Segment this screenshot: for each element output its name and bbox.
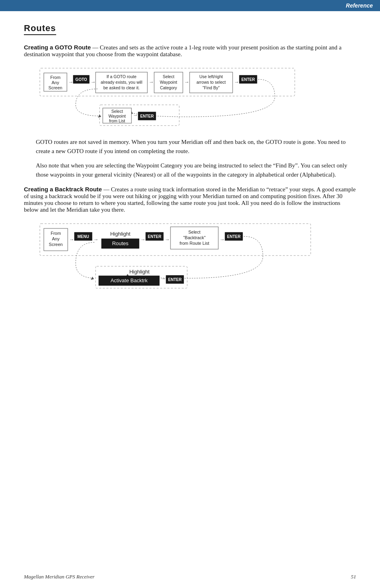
svg-text:already exists, you will: already exists, you will (101, 80, 142, 85)
backtrack-diagram: From Any Screen → MENU → Highlight Route… (36, 220, 356, 294)
svg-text:ENTER: ENTER (241, 77, 255, 82)
svg-text:Select: Select (111, 109, 123, 114)
svg-text:→: → (234, 79, 239, 85)
svg-text:Any: Any (52, 236, 60, 241)
svg-text:"Backtrack": "Backtrack" (183, 235, 206, 240)
svg-text:→: → (68, 79, 73, 85)
goto-para1: GOTO routes are not saved in memory. Whe… (36, 138, 356, 156)
svg-text:Any: Any (52, 80, 59, 85)
svg-text:ENTER: ENTER (227, 234, 241, 239)
svg-text:Use left/right: Use left/right (200, 74, 223, 79)
goto-para2: Also note that when you are selecting th… (36, 161, 356, 180)
main-content: Routes Creating a GOTO Route — Creates a… (0, 11, 380, 325)
backtrack-heading: Creating a Backtrack Route (24, 186, 102, 193)
svg-text:→: → (184, 79, 189, 85)
svg-text:MENU: MENU (77, 234, 89, 239)
backtrack-heading-para: Creating a Backtrack Route — Creates a r… (24, 186, 356, 213)
svg-marker-35 (98, 114, 101, 118)
svg-text:Activate Backtrk: Activate Backtrk (110, 277, 148, 283)
svg-text:If a GOTO route: If a GOTO route (106, 74, 136, 79)
backtrack-flow-svg: From Any Screen → MENU → Highlight Route… (36, 220, 323, 292)
goto-heading: Creating a GOTO Route (24, 44, 91, 51)
svg-text:Highlight: Highlight (110, 231, 131, 237)
svg-text:ENTER: ENTER (140, 114, 154, 118)
svg-text:"Find By": "Find By" (202, 85, 219, 90)
svg-text:→: → (140, 236, 145, 242)
goto-section: Creating a GOTO Route — Creates and sets… (24, 44, 356, 179)
svg-text:Select: Select (188, 230, 201, 234)
svg-text:Highlight: Highlight (129, 269, 150, 275)
footer: Magellan Meridian GPS Receiver 51 (0, 574, 380, 580)
svg-text:→: → (69, 236, 74, 242)
svg-text:→: → (219, 236, 225, 242)
svg-text:→: → (93, 236, 98, 242)
goto-flow-svg: From Any Screen → GOTO → If a GOTO route… (36, 65, 307, 129)
svg-text:ENTER: ENTER (148, 234, 162, 239)
svg-text:Waypoint: Waypoint (108, 114, 125, 118)
svg-text:ENTER: ENTER (168, 277, 182, 282)
svg-text:GOTO: GOTO (75, 77, 87, 82)
goto-diagram: From Any Screen → GOTO → If a GOTO route… (36, 65, 356, 130)
svg-text:Routes: Routes (112, 240, 129, 246)
reference-label: Reference (346, 2, 373, 9)
svg-text:Screen: Screen (49, 242, 63, 247)
svg-text:arrows to select: arrows to select (196, 80, 226, 85)
svg-marker-67 (91, 277, 94, 280)
svg-text:from List: from List (109, 118, 125, 123)
svg-text:Screen: Screen (49, 85, 63, 90)
svg-text:→: → (133, 112, 138, 118)
svg-text:→: → (149, 79, 154, 85)
page-title: Routes (24, 23, 56, 35)
svg-text:from Route List: from Route List (180, 241, 210, 246)
svg-text:→: → (161, 275, 166, 281)
footer-text: Magellan Meridian GPS Receiver (24, 574, 94, 580)
svg-text:From: From (51, 231, 61, 236)
svg-text:Category: Category (160, 85, 177, 90)
svg-text:From: From (50, 75, 61, 80)
goto-heading-para: Creating a GOTO Route — Creates and sets… (24, 44, 356, 58)
svg-text:Select: Select (163, 74, 174, 79)
header-bar: Reference (0, 0, 380, 11)
backtrack-section: Creating a Backtrack Route — Creates a r… (24, 186, 356, 294)
svg-text:be asked to clear it.: be asked to clear it. (103, 85, 139, 90)
svg-text:Waypoint: Waypoint (160, 80, 177, 85)
page-number: 51 (351, 574, 356, 580)
svg-text:→: → (90, 79, 96, 85)
svg-text:→: → (165, 236, 170, 242)
